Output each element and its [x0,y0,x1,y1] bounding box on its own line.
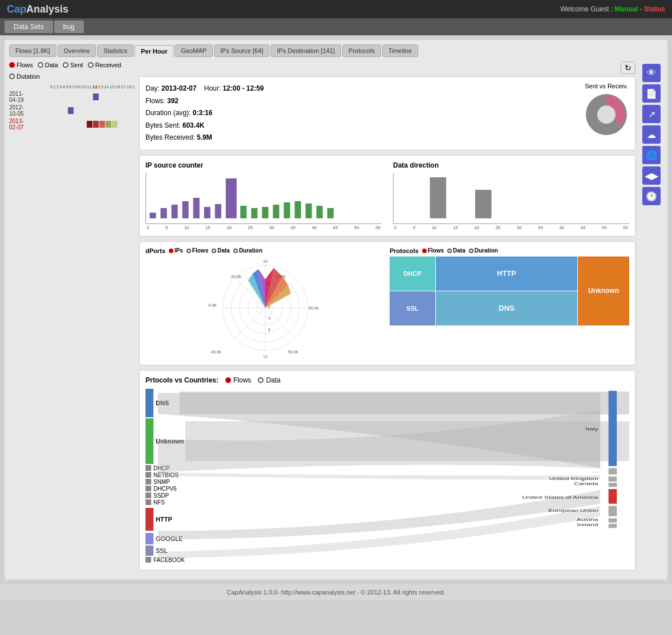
stats-flows: Flows: 392 [145,95,264,108]
stats-left: Day: 2013-02-07 Hour: 12:00 - 12:59 Flow… [145,83,264,144]
facebook-label: FACEBOOK [153,557,185,563]
nav-bug[interactable]: bug [54,21,84,33]
treemap-ssl: SSL [390,291,435,325]
sankey-dns-row: DNS [145,389,629,417]
main-panel: ↻ Day: 2013-02-07 Hour: 12:00 - 12:59 [139,62,635,575]
snmp-label: SNMP [153,479,170,485]
sankey-radio-data[interactable]: Data [258,376,280,384]
stats-section: Day: 2013-02-07 Hour: 12:00 - 12:59 Flow… [139,76,635,150]
tab-overview[interactable]: Overview [58,44,96,57]
toolbar-globe-button[interactable]: 🌐 [642,146,661,164]
svg-text:4: 4 [268,316,270,320]
toolbar-cloud-button[interactable]: ☁ [642,125,661,144]
svg-rect-16 [327,208,334,218]
radio-dutation[interactable]: Dutation [9,73,40,80]
dns-bar [145,389,153,417]
svg-rect-3 [183,201,189,218]
proto-radio-data[interactable]: Data [447,247,465,254]
sankey-flows-label: Flows [233,376,251,384]
tabs: Flows [1.8K] Overview Statistcs Per Hour… [9,44,663,57]
nfs-row: NFS [145,499,629,506]
treemap-dns: DNS [436,291,577,325]
tab-geomap[interactable]: GeoMAP [175,44,213,57]
flows-ring [187,249,191,253]
toolbar-share-button[interactable]: ↗ [642,105,661,123]
svg-text:20.0K: 20.0K [231,275,242,279]
radio-sent[interactable]: Sent [63,62,83,68]
pie-chart [584,92,629,137]
refresh-button[interactable]: ↻ [621,62,635,74]
proto-radio-flows[interactable]: Flows [422,247,444,254]
sankey-http-row: HTTP [145,508,629,531]
manual-link[interactable]: Manual [614,5,638,13]
snmp-row: SNMP [145,479,629,485]
svg-rect-6 [215,204,221,218]
ip-source-chart: IP source counter [145,161,382,230]
ssl-label: SSL [156,547,168,554]
status-link[interactable]: Status [644,5,665,13]
sidebar: Flows Data Sent Received [9,62,135,575]
logo-cap: Cap [7,3,26,15]
timeline-row-2011: 2011-04-19 [9,91,135,103]
pie-center [597,105,616,124]
logo: CapAnalysis [7,3,68,15]
stats-duration: Duration (avg): 0:3:16 [145,107,264,120]
data-label: Data [45,62,58,68]
dports-radio-ips[interactable]: IPs [169,247,183,254]
radio-flows[interactable]: Flows [9,62,33,68]
bytes-sent-label: Bytes Sent: [145,121,183,129]
google-bar [145,533,153,544]
stats-right: Sent vs Receiv. [584,83,629,144]
svg-text:60.0K: 60.0K [309,306,319,310]
sankey-data-label: Data [266,376,280,384]
tab-statistics[interactable]: Statistcs [97,44,133,57]
tab-protocols[interactable]: Protocols [342,44,381,57]
dhcpv6-label: DHCPV6 [153,486,177,492]
flows-label: Flows [17,62,33,68]
sankey-radio-flows[interactable]: Flows [225,376,251,384]
footer-text: CapAnalysis 1.0.0- http://www.capanalysi… [227,589,446,596]
facebook-mini-bar [145,557,151,563]
toolbar-eye-button[interactable]: 👁 [642,64,661,82]
svg-rect-4 [193,198,200,218]
dhcpv6-row: DHCPV6 [145,486,629,492]
dports-label: dPorts [145,247,165,254]
sankey-diagram: DNS Unknown [145,389,629,564]
navbar: Data Sets bug [0,18,672,35]
svg-text:40.0K: 40.0K [211,350,222,354]
toolbar-doc-button[interactable]: 📄 [642,84,661,103]
received-dot [88,62,94,68]
svg-rect-15 [317,206,323,218]
stats-day: Day: 2013-02-07 Hour: 12:00 - 12:59 [145,83,264,95]
dhcpv6-mini-bar [145,486,151,491]
duration-ring [233,249,238,253]
timeline-row-2013: 2013-02-07 [9,118,135,131]
tab-timeline[interactable]: Timeline [382,44,418,57]
tab-ips-source[interactable]: IPs Source [64] [214,44,269,57]
dports-radio-data[interactable]: Data [212,247,230,254]
toolbar-clock-button[interactable]: 🕐 [642,187,661,205]
duration-label: Duration (avg): [145,109,193,117]
sankey-google-row: GOOGLE [145,533,629,544]
radio-data[interactable]: Data [38,62,58,68]
tab-ips-destination[interactable]: IPs Destination [141] [270,44,341,57]
toolbar-arrows-button[interactable]: ◀▶ [642,166,661,185]
google-label: GOOGLE [156,535,183,542]
dports-radio-duration[interactable]: Duration [233,247,262,254]
ssl-bar [145,546,153,556]
dports-radio-group: IPs Flows Data [169,247,262,254]
proto-radio-duration[interactable]: Duration [469,247,498,254]
nav-datasets[interactable]: Data Sets [5,21,53,33]
data-direction-svg [394,173,629,221]
data-direction-title: Data direction [393,161,629,169]
day-value: 2013-02-07 [161,84,196,92]
app-header: CapAnalysis Welcome Guest : Manual - Sta… [0,0,672,18]
protocols-section: Protocols Flows Data [390,247,629,359]
sankey-data-ring [258,377,264,383]
tab-per-hour[interactable]: Per Hour [135,45,173,57]
logo-analysis: Analysis [26,3,68,15]
dports-radio-flows[interactable]: Flows [187,247,208,254]
tab-flows[interactable]: Flows [1.8K] [9,44,56,57]
svg-text:50.0K: 50.0K [288,350,299,354]
radio-received[interactable]: Received [88,62,122,68]
